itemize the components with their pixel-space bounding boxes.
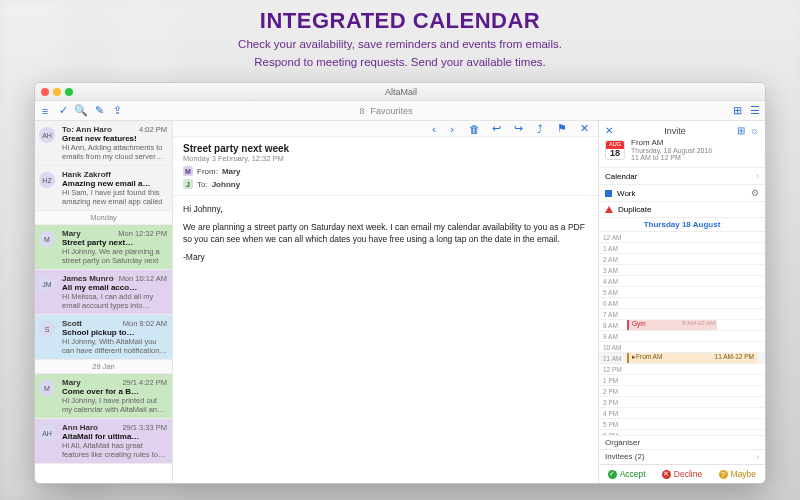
titlebar: AltaMail xyxy=(35,83,765,101)
hour-row[interactable]: 12 PM xyxy=(599,364,765,375)
share-icon[interactable]: ⇪ xyxy=(111,105,123,117)
compose-icon[interactable]: ✎ xyxy=(93,105,105,117)
favourites-label[interactable]: Favourites xyxy=(370,106,412,116)
hour-row[interactable]: 3 AM xyxy=(599,265,765,276)
decline-button[interactable]: ✕ Decline xyxy=(654,465,709,483)
calendar-settings-icon[interactable]: ☼ xyxy=(750,125,759,136)
maybe-button[interactable]: ? Maybe xyxy=(710,465,765,483)
list-icon[interactable]: ☰ xyxy=(749,105,761,117)
body-signature: -Mary xyxy=(183,252,588,264)
date-badge-icon: AUG 18 xyxy=(605,140,625,160)
event-fromam[interactable]: ▸From AM11 AM-12 PM xyxy=(627,353,757,363)
event-gym-time: 8 AM-10 AM xyxy=(682,320,715,326)
decline-label: Decline xyxy=(674,469,702,479)
hour-row[interactable]: 2 AM xyxy=(599,254,765,265)
accept-label: Accept xyxy=(620,469,646,479)
grid-icon[interactable]: ⊞ xyxy=(731,105,743,117)
list-from: Mary xyxy=(62,229,81,238)
hour-row[interactable]: 4 PM xyxy=(599,408,765,419)
list-time: 4:02 PM xyxy=(139,125,167,134)
zoom-icon[interactable] xyxy=(65,88,73,96)
hour-row[interactable]: 11 AM▸From AM11 AM-12 PM xyxy=(599,353,765,364)
calendar-grid-icon[interactable]: ⊞ xyxy=(737,125,745,136)
reading-pane: ‹ › 🗑 ↩ ↪ ⤴ ⚑ ✕ Street party next week M… xyxy=(173,121,599,483)
hour-row[interactable]: 6 AM xyxy=(599,298,765,309)
forward-icon[interactable]: ⤴ xyxy=(534,123,546,135)
list-item[interactable]: HZHank ZakroffAmazing new email a…Hi Sam… xyxy=(35,166,172,211)
list-from: James Munro xyxy=(62,274,114,283)
hour-label: 4 AM xyxy=(599,278,627,285)
hero-title: INTEGRATED CALENDAR xyxy=(0,8,800,34)
list-item[interactable]: MMary29/1 4:22 PMCome over for a B…Hi Jo… xyxy=(35,374,172,419)
hour-row[interactable]: 6 PM xyxy=(599,430,765,435)
list-subject: All my email acco… xyxy=(62,283,167,292)
hour-row[interactable]: 2 PM xyxy=(599,386,765,397)
duplicate-row[interactable]: Duplicate xyxy=(599,202,765,218)
organiser-row[interactable]: Organiser xyxy=(599,435,765,449)
gear-icon[interactable]: ⚙ xyxy=(751,188,759,198)
event-fromam-label: ▸From AM xyxy=(632,353,662,363)
avatar: M xyxy=(39,380,55,396)
hour-row[interactable]: 4 AM xyxy=(599,276,765,287)
reader-toolbar: ‹ › 🗑 ↩ ↪ ⤴ ⚑ ✕ xyxy=(173,121,598,137)
event-gym-label: Gym xyxy=(632,320,646,327)
hour-row[interactable]: 12 AM xyxy=(599,232,765,243)
message-subject: Street party next week xyxy=(183,143,588,154)
list-item[interactable]: AHAnn Haro29/1 3:33 PMAltaMail for ultim… xyxy=(35,419,172,464)
calendar-section[interactable]: Calendar › xyxy=(599,168,765,185)
reply-all-icon[interactable]: ↪ xyxy=(512,123,524,135)
hour-row[interactable]: 8 AMGym8 AM-10 AM xyxy=(599,320,765,331)
list-item[interactable]: JMJames MunroMon 10:12 AMAll my email ac… xyxy=(35,270,172,315)
list-time: Mon 10:12 AM xyxy=(119,274,167,283)
avatar: AH xyxy=(39,425,55,441)
hour-row[interactable]: 5 PM xyxy=(599,419,765,430)
prev-icon[interactable]: ‹ xyxy=(428,123,440,135)
hour-row[interactable]: 7 AM xyxy=(599,309,765,320)
search-icon[interactable]: 🔍 xyxy=(75,105,87,117)
list-item[interactable]: AHTo: Ann Haro4:02 PMGreat new features!… xyxy=(35,121,172,166)
hour-row[interactable]: 9 AM xyxy=(599,331,765,342)
hour-row[interactable]: 1 AM xyxy=(599,243,765,254)
to-avatar-icon: J xyxy=(183,179,193,189)
message-list[interactable]: AHTo: Ann Haro4:02 PMGreat new features!… xyxy=(35,121,173,483)
list-from: Ann Haro xyxy=(62,423,98,432)
close-icon[interactable] xyxy=(41,88,49,96)
close-panel-icon[interactable]: ✕ xyxy=(605,125,613,136)
hour-label: 3 PM xyxy=(599,399,627,406)
calendar-work-row[interactable]: Work ⚙ xyxy=(599,185,765,202)
minimize-icon[interactable] xyxy=(53,88,61,96)
reply-icon[interactable]: ↩ xyxy=(490,123,502,135)
flag-icon[interactable]: ⚑ xyxy=(556,123,568,135)
hour-label: 1 PM xyxy=(599,377,627,384)
body-greeting: Hi Johnny, xyxy=(183,204,588,216)
hour-row[interactable]: 1 PM xyxy=(599,375,765,386)
hour-row[interactable]: 10 AM xyxy=(599,342,765,353)
checkmark-icon[interactable]: ✓ xyxy=(57,105,69,117)
menu-icon[interactable]: ≡ xyxy=(39,105,51,117)
hour-label: 3 AM xyxy=(599,267,627,274)
day-header: Thursday 18 August xyxy=(599,218,765,232)
chevron-right-icon: › xyxy=(756,171,759,181)
from-label: From: xyxy=(197,167,218,176)
list-time: Mon 12:32 PM xyxy=(118,229,167,238)
day-separator: 29 Jan xyxy=(35,360,172,374)
calendar-panel: ✕ Invite ⊞ ☼ AUG 18 From AM Thursday, 18… xyxy=(599,121,765,483)
hour-row[interactable]: 3 PM xyxy=(599,397,765,408)
close-reader-icon[interactable]: ✕ xyxy=(578,123,590,135)
calendar-section-label: Calendar xyxy=(605,172,751,181)
hour-row[interactable]: 5 AM xyxy=(599,287,765,298)
invitees-label: Invitees (2) xyxy=(605,452,645,462)
next-icon[interactable]: › xyxy=(446,123,458,135)
list-item[interactable]: SScottMon 8:02 AMSchool pickup to…Hi Joh… xyxy=(35,315,172,360)
event-fromam-time: 11 AM-12 PM xyxy=(715,353,754,363)
hero-line2: Respond to meeting requests. Send your a… xyxy=(0,54,800,70)
event-gym[interactable]: Gym8 AM-10 AM xyxy=(627,320,717,330)
hours-grid[interactable]: 12 AM1 AM2 AM3 AM4 AM5 AM6 AM7 AM8 AMGym… xyxy=(599,232,765,435)
list-item[interactable]: MMaryMon 12:32 PMStreet party next…Hi Jo… xyxy=(35,225,172,270)
accept-button[interactable]: ✓ Accept xyxy=(599,465,654,483)
chevron-right-icon: › xyxy=(756,452,759,462)
avatar: M xyxy=(39,231,55,247)
invitees-row[interactable]: Invitees (2) › xyxy=(599,449,765,464)
hour-label: 7 AM xyxy=(599,311,627,318)
trash-icon[interactable]: 🗑 xyxy=(468,123,480,135)
